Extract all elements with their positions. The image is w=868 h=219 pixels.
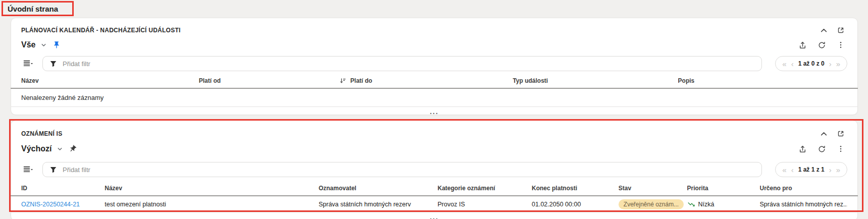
status-badge: Zveřejněné oznám...	[619, 199, 684, 209]
collapse-panel-button[interactable]	[817, 24, 830, 36]
pushpin-icon	[53, 41, 61, 49]
panel-title-calendar: PLÁNOVACÍ KALENDÁŘ - NADCHÁZEJÍCÍ UDÁLOS…	[21, 27, 181, 34]
pagination: « ‹ 1 až 0 z 0 › »	[775, 56, 847, 71]
chevron-up-icon	[820, 130, 828, 138]
column-header-kategorie[interactable]: Kategorie oznámení	[438, 185, 532, 192]
pagination-last-button[interactable]: »	[836, 60, 840, 68]
table-header-row: Název Platí od Platí do Typ události Pop…	[11, 74, 858, 89]
export-icon	[798, 145, 807, 153]
panel-resize-handle[interactable]: ...	[21, 107, 847, 116]
cell-priorita: Nízká	[687, 200, 760, 208]
column-header-priorita[interactable]: Priorita	[687, 185, 760, 192]
column-header-nazev[interactable]: Název	[21, 77, 199, 84]
view-selector[interactable]: Vše	[21, 40, 47, 49]
kebab-menu-button[interactable]	[834, 39, 847, 51]
pagination-label: 1 až 1 z 1	[798, 166, 825, 173]
expand-panel-button[interactable]	[834, 24, 847, 36]
pagination: « ‹ 1 až 1 z 1 › »	[775, 162, 847, 177]
column-header-urceno-pro[interactable]: Určeno pro	[760, 185, 847, 192]
column-header-oznamovatel[interactable]: Oznamovatel	[319, 185, 438, 192]
chevron-down-icon	[56, 145, 64, 153]
column-header-stav[interactable]: Stav	[619, 185, 687, 192]
page-title: Úvodní strana	[8, 5, 58, 13]
export-button[interactable]	[796, 143, 809, 155]
export-icon	[798, 41, 807, 49]
expand-icon	[837, 130, 845, 138]
panel-planning-calendar: PLÁNOVACÍ KALENDÁŘ - NADCHÁZEJÍCÍ UDÁLOS…	[11, 18, 858, 115]
refresh-button[interactable]	[815, 39, 828, 51]
refresh-icon	[818, 41, 826, 49]
view-selector[interactable]: Výchozí	[21, 144, 64, 153]
pagination-label: 1 až 0 z 0	[798, 60, 825, 67]
panel-title-oznameni: OZNÁMENÍ IS	[21, 130, 62, 137]
pagination-first-button[interactable]: «	[782, 166, 786, 174]
column-header-id[interactable]: ID	[21, 185, 105, 192]
view-selector-value: Výchozí	[21, 144, 52, 153]
filter-bar	[42, 56, 762, 71]
table-header-row: ID Název Oznamovatel Kategorie oznámení …	[11, 181, 858, 196]
trending-down-icon	[687, 200, 695, 208]
view-options-button[interactable]	[21, 163, 35, 176]
record-id-link[interactable]: OZNIS-20250244-21	[21, 201, 80, 208]
page-title-annotation: Úvodní strana	[2, 1, 74, 16]
pagination-prev-button[interactable]: ‹	[791, 166, 794, 174]
expand-panel-button[interactable]	[834, 128, 847, 140]
filter-bar	[42, 162, 762, 177]
column-header-label: Platí do	[350, 77, 372, 84]
pagination-first-button[interactable]: «	[782, 60, 786, 68]
pagination-next-button[interactable]: ›	[829, 166, 832, 174]
kebab-menu-icon	[837, 145, 845, 153]
sort-descending-icon	[339, 77, 346, 84]
panel-resize-handle[interactable]: ...	[21, 212, 847, 219]
column-header-konec-platnosti[interactable]: Konec platnosti	[532, 185, 619, 192]
pagination-next-button[interactable]: ›	[829, 60, 832, 68]
priority-label: Nízká	[698, 201, 714, 208]
filter-funnel-icon	[49, 60, 57, 68]
empty-message: Nenalezeny žádné záznamy	[11, 89, 858, 107]
refresh-button[interactable]	[815, 143, 828, 155]
kebab-menu-icon	[837, 41, 845, 49]
cell-kategorie: Provoz IS	[438, 201, 532, 208]
cell-urceno-pro: Správa státních hmotných rez...	[760, 201, 847, 208]
filter-input[interactable]	[63, 166, 755, 174]
panel-oznameni-is: OZNÁMENÍ IS Výchozí	[11, 120, 858, 219]
column-header-popis[interactable]: Popis	[678, 77, 847, 84]
view-selector-value: Vše	[21, 40, 35, 49]
row-density-icon	[23, 166, 33, 174]
column-header-nazev[interactable]: Název	[105, 185, 319, 192]
chevron-down-icon	[40, 41, 47, 49]
column-header-plati-od[interactable]: Platí od	[199, 77, 339, 84]
view-options-button[interactable]	[21, 57, 35, 70]
kebab-menu-button[interactable]	[834, 143, 847, 155]
cell-oznamovatel: Správa státních hmotných rezerv	[319, 201, 438, 208]
column-header-typ-udalosti[interactable]: Typ události	[513, 77, 678, 84]
filter-funnel-icon	[49, 166, 57, 174]
cell-nazev: test omezení platnosti	[105, 201, 319, 208]
pin-view-button[interactable]	[69, 145, 77, 153]
pagination-prev-button[interactable]: ‹	[791, 60, 794, 68]
refresh-icon	[818, 145, 826, 153]
row-density-icon	[23, 60, 33, 68]
cell-konec-platnosti: 01.02.2050 00:00	[532, 201, 619, 208]
table-row[interactable]: OZNIS-20250244-21 test omezení platnosti…	[11, 196, 858, 212]
column-header-plati-do[interactable]: Platí do	[339, 77, 513, 84]
export-button[interactable]	[796, 39, 809, 51]
pushpin-icon	[69, 145, 77, 153]
filter-input[interactable]	[63, 60, 755, 68]
pin-view-button[interactable]	[53, 41, 61, 49]
chevron-up-icon	[820, 26, 828, 35]
expand-icon	[837, 26, 845, 34]
pagination-last-button[interactable]: »	[836, 166, 840, 174]
collapse-panel-button[interactable]	[817, 128, 830, 140]
